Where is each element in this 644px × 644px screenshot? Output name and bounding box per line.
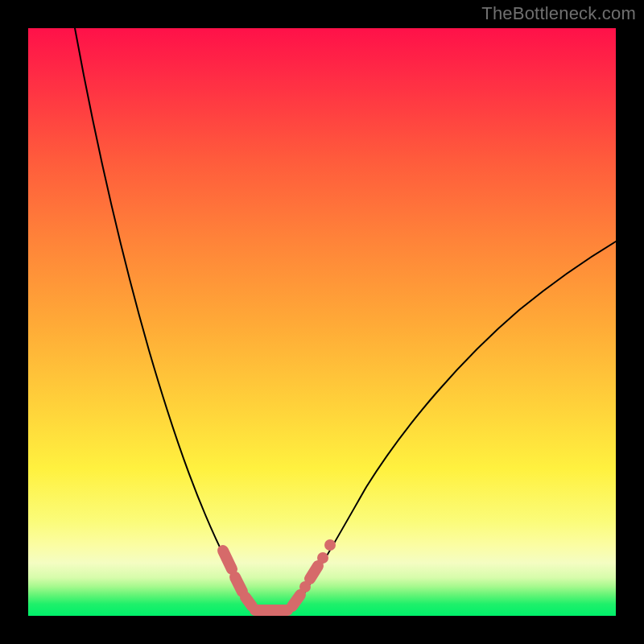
- optimal-marker: [292, 595, 300, 606]
- optimal-marker-dot: [317, 552, 328, 564]
- chart-frame: TheBottleneck.com: [0, 0, 644, 644]
- optimal-marker: [310, 566, 318, 579]
- optimal-marker-dot: [324, 539, 336, 551]
- plot-area: [28, 28, 616, 616]
- curve-layer: [28, 28, 616, 616]
- bottleneck-curve-right: [298, 242, 616, 603]
- optimal-marker: [246, 597, 252, 606]
- watermark-text: TheBottleneck.com: [481, 3, 636, 24]
- optimal-marker: [223, 551, 232, 569]
- bottleneck-curve-left: [75, 28, 248, 605]
- optimal-marker: [235, 577, 242, 592]
